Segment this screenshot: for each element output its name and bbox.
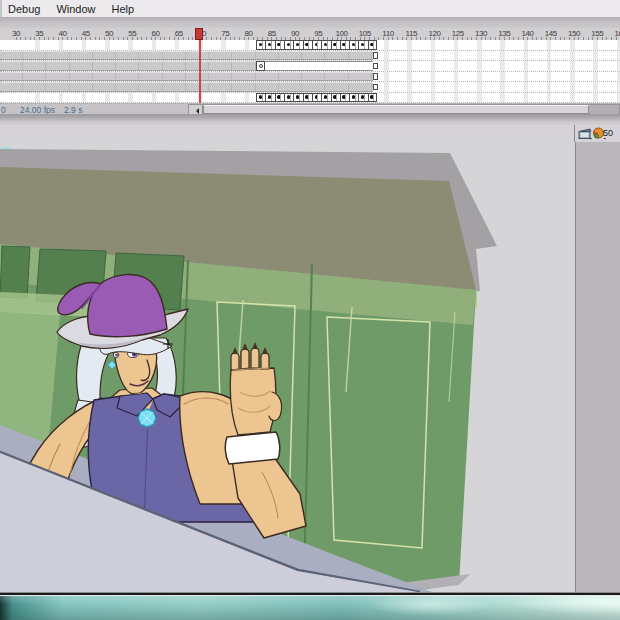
- frame-stripe: [617, 93, 620, 103]
- ruler-frame-label: 130: [471, 29, 491, 38]
- frame-divider: [280, 94, 281, 102]
- scrollbar-thumb[interactable]: [203, 105, 589, 114]
- ruler-frame-label: 80: [239, 29, 259, 38]
- frame-span[interactable]: [0, 51, 373, 61]
- frame-stripe: [105, 93, 110, 103]
- frame-divider: [262, 94, 263, 102]
- menu-item-window[interactable]: Window: [48, 2, 103, 16]
- frame-stripe: [500, 40, 505, 50]
- frame-stripe: [454, 82, 459, 92]
- frame-stripe: [617, 61, 620, 71]
- keyframe-cell[interactable]: [256, 93, 265, 103]
- frame-stripe: [454, 93, 459, 103]
- keyframe-cell[interactable]: [340, 93, 349, 103]
- frame-stripe: [547, 82, 552, 92]
- menu-item-help[interactable]: Help: [104, 2, 143, 16]
- keyframe-cell[interactable]: [275, 40, 284, 50]
- frame-stripe: [617, 82, 620, 92]
- keyframe-cell[interactable]: [303, 40, 312, 50]
- frame-stripe: [384, 61, 389, 71]
- keyframe-cell[interactable]: [340, 40, 349, 50]
- frame-stripe: [547, 93, 552, 103]
- timeline-panel: 3035404550556065707580859095100105110115…: [0, 28, 620, 114]
- frame-stripe: [152, 40, 157, 50]
- frame-stripe: [524, 82, 529, 92]
- keyframe-cell[interactable]: [293, 40, 302, 50]
- frame-divider: [308, 94, 309, 102]
- keyframe-cell[interactable]: [358, 40, 367, 50]
- keyframe-cell[interactable]: [321, 93, 330, 103]
- frame-divider: [364, 94, 365, 102]
- frame-divider: [355, 94, 356, 102]
- keyframe-cell[interactable]: [349, 40, 358, 50]
- frame-stripe: [128, 93, 133, 103]
- keyframe-cell[interactable]: [368, 40, 377, 50]
- keyframe-span[interactable]: [265, 61, 372, 71]
- frame-divider: [299, 94, 300, 102]
- timeline-row-layer-4[interactable]: [0, 72, 620, 83]
- frame-divider: [364, 41, 365, 49]
- frame-stripe: [570, 40, 575, 50]
- frame-stripe: [35, 93, 40, 103]
- keyframe-cell[interactable]: [312, 40, 321, 50]
- timeline-row-layer-5[interactable]: [0, 82, 620, 93]
- keyframe-cell[interactable]: [331, 93, 340, 103]
- blank-keyframe-cell[interactable]: [256, 61, 265, 71]
- frame-stripe: [500, 82, 505, 92]
- keyframe-cell[interactable]: [368, 93, 377, 103]
- frame-stripe: [431, 72, 436, 82]
- playhead-marker[interactable]: [195, 28, 203, 40]
- span-end-marker: [373, 73, 378, 80]
- frame-stripe: [570, 72, 575, 82]
- panel-divider: [0, 114, 620, 125]
- scroll-left-arrow-button[interactable]: [189, 105, 203, 114]
- frame-span[interactable]: [0, 72, 373, 82]
- stage-canvas[interactable]: [0, 142, 620, 592]
- keyframe-cell[interactable]: [293, 93, 302, 103]
- frame-stripe: [245, 93, 250, 103]
- edit-scene-icon[interactable]: [578, 127, 592, 140]
- keyframe-cell[interactable]: [284, 93, 293, 103]
- frame-stripe: [477, 40, 482, 50]
- frame-stripe: [407, 61, 412, 71]
- frame-stripe: [384, 51, 389, 61]
- timeline-row-layer-1[interactable]: [0, 40, 620, 51]
- frame-stripe: [431, 61, 436, 71]
- frame-stripe: [570, 51, 575, 61]
- playhead-line[interactable]: [199, 40, 201, 103]
- frame-span[interactable]: [0, 61, 256, 71]
- keyframe-cell[interactable]: [303, 93, 312, 103]
- ruler-frame-label: 145: [541, 29, 561, 38]
- keyframe-cell[interactable]: [256, 40, 265, 50]
- timeline-row-layer-6[interactable]: [0, 93, 620, 104]
- frame-stripe: [547, 61, 552, 71]
- frame-span[interactable]: [0, 82, 373, 92]
- span-end-marker: [373, 52, 378, 59]
- ruler-frame-label: 110: [378, 29, 398, 38]
- keyframe-cell[interactable]: [265, 93, 274, 103]
- keyframe-cell[interactable]: [265, 40, 274, 50]
- frame-divider: [299, 41, 300, 49]
- zoom-level-value[interactable]: 50: [603, 128, 613, 138]
- keyframe-cell[interactable]: [358, 93, 367, 103]
- timeline-row-layer-2[interactable]: [0, 51, 620, 62]
- frame-stripe: [454, 72, 459, 82]
- keyframe-cell[interactable]: [321, 40, 330, 50]
- frame-stripe: [477, 93, 482, 103]
- frame-divider: [345, 94, 346, 102]
- keyframe-cell[interactable]: [349, 93, 358, 103]
- wristband-art: [225, 432, 279, 464]
- timeline-row-layer-3[interactable]: [0, 61, 620, 72]
- keyframe-cell[interactable]: [275, 93, 284, 103]
- keyframe-cell[interactable]: [284, 40, 293, 50]
- ruler-frame-label: 150: [564, 29, 584, 38]
- keyframe-cell[interactable]: [331, 40, 340, 50]
- menu-item-debug[interactable]: Debug: [0, 2, 48, 16]
- frame-divider: [317, 41, 318, 49]
- frame-stripe: [221, 40, 226, 50]
- keyframe-cell[interactable]: [312, 93, 321, 103]
- blank-keyframe-dot: [259, 64, 263, 68]
- frame-divider: [336, 41, 337, 49]
- ruler-frame-label: 160: [611, 29, 620, 38]
- frame-stripe: [617, 72, 620, 82]
